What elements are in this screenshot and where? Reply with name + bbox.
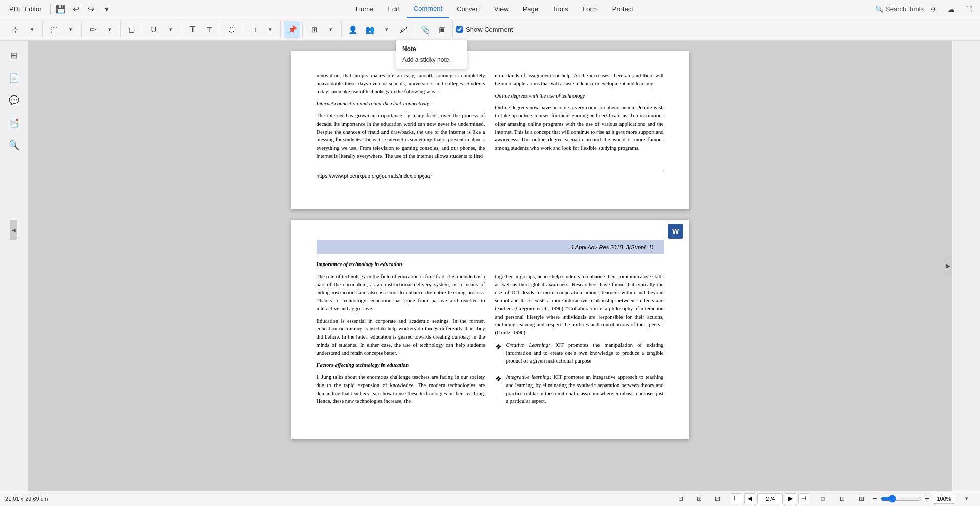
select-dropdown[interactable]: ▾ bbox=[24, 21, 40, 38]
nav-form[interactable]: Form bbox=[575, 0, 605, 18]
stamp-dropdown[interactable]: ▾ bbox=[63, 21, 79, 38]
lower-two-col: The role of technology in the field of e… bbox=[317, 273, 664, 414]
first-page-button[interactable]: ⊢ bbox=[731, 493, 742, 504]
right-sidebar-area: ▶ bbox=[952, 41, 980, 491]
bullet-1-label: Creative Learning: bbox=[506, 342, 551, 348]
nav-tools[interactable]: Tools bbox=[545, 0, 575, 18]
toolbar-group-select: ⊹ ▾ bbox=[5, 21, 43, 38]
sidebar-icon-comments[interactable]: 💬 bbox=[5, 91, 23, 109]
nav-edit[interactable]: Edit bbox=[380, 0, 406, 18]
upper-left-para2: The internet has grown in importance by … bbox=[317, 112, 485, 160]
toolbar: ⊹ ▾ ⬚ ▾ ✏ ▾ ◻ U ▾ T ⊤ ⬡ □ ▾ 📌 ⊞ ▾ 👤 👥 ▾ … bbox=[0, 18, 980, 41]
underline-button[interactable]: U bbox=[146, 21, 162, 38]
bullet-item-2: ❖ Integrative learning: ICT promotes an … bbox=[495, 373, 664, 409]
search-tools-icon: 🔍 bbox=[875, 5, 883, 13]
zoom-slider[interactable] bbox=[881, 495, 922, 503]
text2-button[interactable]: ⊤ bbox=[201, 21, 218, 38]
shape-button[interactable]: □ bbox=[245, 21, 261, 38]
users-button[interactable]: 👥 bbox=[362, 21, 378, 38]
toolbar-group-note: 📌 bbox=[282, 21, 303, 38]
sidebar-icon-pages[interactable]: ⊞ bbox=[5, 46, 23, 64]
lower-right-content: together in groups, hence help students … bbox=[495, 273, 664, 409]
bullet-diamond-2: ❖ bbox=[495, 374, 502, 409]
cloud-icon[interactable]: ☁ bbox=[944, 2, 959, 16]
toolbar-group-eraser: ◻ bbox=[122, 21, 142, 38]
pen-dropdown[interactable]: ▾ bbox=[102, 21, 118, 38]
nav-protect[interactable]: Protect bbox=[605, 0, 640, 18]
journal-header: J Appl Adv Res 2018: 3(Suppl. 1) bbox=[317, 240, 664, 254]
toolbar-group-area: ⊞ ▾ bbox=[304, 21, 342, 38]
fit-page-button[interactable]: ⊡ bbox=[673, 491, 689, 507]
sidebar-icon-bookmarks[interactable]: 📄 bbox=[5, 68, 23, 87]
nav-convert[interactable]: Convert bbox=[449, 0, 487, 18]
fit-options-button[interactable]: ⊞ bbox=[853, 491, 870, 507]
bullet-diamond-1: ❖ bbox=[495, 342, 502, 369]
note-dropdown-item[interactable]: Add a sticky note. bbox=[396, 54, 467, 66]
nav-view[interactable]: View bbox=[487, 0, 516, 18]
more-button[interactable]: ▾ bbox=[100, 2, 114, 16]
shape-dropdown[interactable]: ▾ bbox=[262, 21, 278, 38]
underline-dropdown[interactable]: ▾ bbox=[162, 21, 179, 38]
pen-button[interactable]: ✏ bbox=[85, 21, 101, 38]
nav-home[interactable]: Home bbox=[349, 0, 381, 18]
toolbar-group-attach: 📎 ▣ bbox=[415, 21, 453, 38]
pdf-page-upper: innovation, that simply makes life an ea… bbox=[291, 51, 689, 209]
status-right: □ ⊡ ⊞ − + ▾ bbox=[815, 491, 975, 507]
area-dropdown[interactable]: ▾ bbox=[323, 21, 339, 38]
send-icon[interactable]: ✈ bbox=[927, 2, 941, 16]
search-tools-label[interactable]: 🔍 Search Tools bbox=[875, 5, 924, 13]
callout-button[interactable]: ⬡ bbox=[223, 21, 240, 38]
toolbar-group-show-comment: Show Comment bbox=[454, 26, 515, 33]
left-sidebar: ⊞ 📄 💬 📑 🔍 ◀ bbox=[0, 41, 28, 491]
stamp2-button[interactable]: 🖊 bbox=[395, 21, 412, 38]
markup-button[interactable]: ▣ bbox=[434, 21, 450, 38]
show-comment-label[interactable]: Show Comment bbox=[456, 26, 513, 33]
text-button[interactable]: T bbox=[184, 21, 201, 38]
right-sidebar bbox=[952, 41, 980, 491]
sidebar-collapse-button[interactable]: ◀ bbox=[10, 220, 17, 240]
file-menu[interactable]: PDF Editor bbox=[4, 3, 47, 15]
two-page-button[interactable]: ⊡ bbox=[834, 491, 850, 507]
view-mode2-button[interactable]: ⊟ bbox=[709, 491, 726, 507]
next-page-button[interactable]: ▶ bbox=[785, 493, 796, 504]
toolbar-group-text: T ⊤ bbox=[182, 21, 220, 38]
toolbar-group-user: 👤 👥 ▾ 🖊 bbox=[343, 21, 414, 38]
pdf-page-lower: W J Appl Adv Res 2018: 3(Suppl. 1) Impor… bbox=[291, 220, 689, 439]
single-page-button[interactable]: □ bbox=[815, 491, 831, 507]
stamp-button[interactable]: ⬚ bbox=[46, 21, 62, 38]
expand-icon[interactable]: ⛶ bbox=[962, 2, 976, 16]
area-button[interactable]: ⊞ bbox=[306, 21, 322, 38]
users-dropdown[interactable]: ▾ bbox=[378, 21, 395, 38]
nav-comment[interactable]: Comment bbox=[407, 0, 449, 18]
save-button[interactable]: 💾 bbox=[54, 2, 68, 16]
redo-button[interactable]: ↪ bbox=[84, 2, 99, 16]
upper-two-col: innovation, that simply makes life an ea… bbox=[317, 71, 664, 164]
note-button[interactable]: 📌 bbox=[284, 21, 300, 38]
attach-button[interactable]: 📎 bbox=[417, 21, 434, 38]
word-icon[interactable]: W bbox=[668, 224, 683, 239]
lower-left-content: The role of technology in the field of e… bbox=[317, 273, 485, 405]
show-comment-checkbox[interactable] bbox=[456, 26, 463, 33]
zoom-minus[interactable]: − bbox=[873, 494, 877, 503]
view-mode-button[interactable]: ⊞ bbox=[691, 491, 707, 507]
sidebar-icon-search[interactable]: 🔍 bbox=[5, 136, 23, 154]
right-collapse-button[interactable]: ▶ bbox=[945, 256, 952, 276]
page-input[interactable] bbox=[757, 493, 783, 504]
sidebar-icon-layers[interactable]: 📑 bbox=[5, 113, 23, 132]
zoom-dropdown[interactable]: ▾ bbox=[959, 491, 975, 507]
lower-left-para1: The role of technology in the field of e… bbox=[317, 273, 485, 313]
status-center: ⊡ ⊞ ⊟ bbox=[673, 491, 726, 507]
note-dropdown: Note Add a sticky note. bbox=[396, 40, 467, 69]
lower-right-para1: together in groups, hence help students … bbox=[495, 273, 664, 337]
user-button[interactable]: 👤 bbox=[345, 21, 361, 38]
zoom-input[interactable] bbox=[933, 494, 955, 504]
menu-bar: PDF Editor 💾 ↩ ↪ ▾ Home Edit Comment Con… bbox=[0, 0, 980, 18]
nav-page[interactable]: Page bbox=[516, 0, 545, 18]
eraser-button[interactable]: ◻ bbox=[124, 21, 140, 38]
toolbar-group-shape: □ ▾ bbox=[243, 21, 281, 38]
select-tool-button[interactable]: ⊹ bbox=[7, 21, 23, 38]
zoom-plus[interactable]: + bbox=[925, 494, 929, 503]
prev-page-button[interactable]: ◀ bbox=[744, 493, 755, 504]
undo-button[interactable]: ↩ bbox=[69, 2, 83, 16]
last-page-button[interactable]: ⊣ bbox=[798, 493, 809, 504]
